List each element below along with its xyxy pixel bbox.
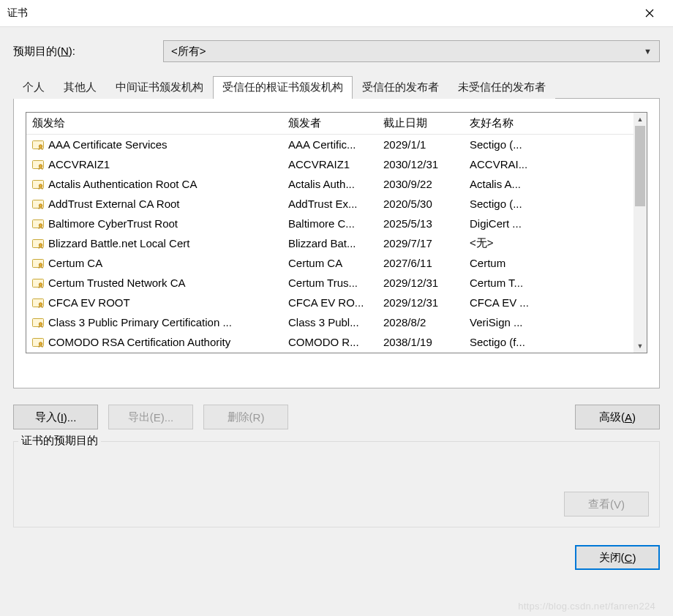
- column-issued-to[interactable]: 颁发给: [26, 116, 282, 130]
- tab[interactable]: 中间证书颁发机构: [106, 76, 213, 99]
- cell-issued-by: AAA Certific...: [282, 138, 377, 151]
- cell-expiration: 2029/1/1: [377, 138, 464, 151]
- tab[interactable]: 个人: [13, 76, 54, 99]
- cell-expiration: 2027/6/11: [377, 257, 464, 269]
- column-friendly-name[interactable]: 友好名称: [464, 116, 610, 130]
- cell-issued-to: Certum Trusted Network CA: [48, 277, 186, 289]
- cell-issued-to: Blizzard Battle.net Local Cert: [48, 237, 189, 249]
- cell-issued-by: Class 3 Publ...: [282, 316, 377, 328]
- cell-issued-by: Certum Trus...: [282, 277, 377, 289]
- list-body: AAA Certificate ServicesAAA Certific...2…: [26, 135, 633, 352]
- tab[interactable]: 其他人: [54, 76, 106, 99]
- scroll-up-button[interactable]: ▲: [633, 113, 647, 126]
- svg-point-11: [39, 243, 42, 246]
- scroll-thumb[interactable]: [635, 126, 645, 206]
- list-scroll-area: 颁发给 颁发者 截止日期 友好名称 AAA Certificate Servic…: [26, 113, 633, 353]
- cell-issued-by: COMODO R...: [282, 336, 377, 348]
- export-button: 导出(E)...: [108, 405, 193, 429]
- certificate-icon: [32, 318, 44, 328]
- cell-expiration: 2029/12/31: [377, 296, 464, 309]
- cell-issued-by: Baltimore C...: [282, 217, 377, 230]
- cell-issued-by: CFCA EV RO...: [282, 296, 377, 309]
- tab-panel: 颁发给 颁发者 截止日期 友好名称 AAA Certificate Servic…: [13, 99, 660, 388]
- import-button[interactable]: 导入(I)...: [13, 405, 98, 429]
- certificate-icon: [32, 258, 44, 268]
- table-row[interactable]: COMODO RSA Certification AuthorityCOMODO…: [26, 332, 633, 352]
- cell-expiration: 2030/12/31: [377, 158, 464, 170]
- tab-strip: 个人其他人中间证书颁发机构受信任的根证书颁发机构受信任的发布者未受信任的发布者: [13, 75, 660, 99]
- scroll-track[interactable]: [633, 126, 647, 339]
- scroll-down-button[interactable]: ▼: [633, 339, 647, 353]
- action-button-row: 导入(I)... 导出(E)... 删除(R) 高级(A): [13, 405, 660, 429]
- titlebar: 证书: [0, 0, 673, 26]
- cell-issued-to: Baltimore CyberTrust Root: [48, 217, 178, 230]
- svg-point-3: [39, 164, 42, 167]
- svg-point-1: [39, 144, 42, 147]
- tab[interactable]: 未受信任的发布者: [448, 76, 555, 99]
- svg-point-7: [39, 203, 42, 206]
- cell-expiration: 2028/8/2: [377, 316, 464, 328]
- cell-expiration: 2020/5/30: [377, 198, 464, 210]
- dialog-content: 预期目的(N): <所有> ▼ 个人其他人中间证书颁发机构受信任的根证书颁发机构…: [0, 26, 673, 616]
- cell-issued-by: ACCVRAIZ1: [282, 158, 377, 170]
- svg-point-5: [39, 184, 42, 187]
- intended-purpose-row: 预期目的(N): <所有> ▼: [13, 40, 660, 62]
- cell-friendly-name: Certum T...: [464, 277, 610, 289]
- cell-issued-by: Certum CA: [282, 257, 377, 269]
- chevron-down-icon: ▼: [644, 47, 652, 56]
- window-close-button[interactable]: [635, 0, 664, 26]
- svg-point-13: [39, 263, 42, 266]
- advanced-button[interactable]: 高级(A): [575, 405, 660, 429]
- vertical-scrollbar[interactable]: ▲ ▼: [633, 113, 647, 353]
- cell-friendly-name: ACCVRAI...: [464, 158, 610, 170]
- cell-friendly-name: Sectigo (...: [464, 198, 610, 210]
- certificate-icon: [32, 159, 44, 170]
- table-row[interactable]: CFCA EV ROOTCFCA EV RO...2029/12/31CFCA …: [26, 293, 633, 312]
- column-expiration[interactable]: 截止日期: [377, 116, 464, 130]
- close-button[interactable]: 关闭(C): [575, 545, 660, 570]
- cert-purposes-groupbox: 证书的预期目的 查看(V): [13, 441, 660, 527]
- watermark: https://blog.csdn.net/fanren224: [518, 601, 655, 612]
- cell-issued-to: Certum CA: [48, 257, 102, 269]
- cell-issued-to: Class 3 Public Primary Certification ...: [48, 316, 232, 328]
- certificate-icon: [32, 278, 44, 288]
- certificates-dialog: 证书 预期目的(N): <所有> ▼ 个人其他人中间证书颁发机构受信任的根证书颁…: [0, 0, 673, 616]
- select-value: <所有>: [171, 45, 206, 59]
- tab[interactable]: 受信任的根证书颁发机构: [213, 76, 353, 99]
- close-icon: [645, 9, 654, 18]
- certificate-icon: [32, 179, 44, 189]
- table-row[interactable]: AddTrust External CA RootAddTrust Ex...2…: [26, 194, 633, 214]
- cell-friendly-name: DigiCert ...: [464, 217, 610, 230]
- table-row[interactable]: Actalis Authentication Root CAActalis Au…: [26, 174, 633, 194]
- certificate-icon: [32, 140, 44, 150]
- table-row[interactable]: AAA Certificate ServicesAAA Certific...2…: [26, 135, 633, 154]
- intended-purpose-select[interactable]: <所有> ▼: [163, 40, 660, 62]
- svg-point-9: [39, 223, 42, 226]
- table-row[interactable]: ACCVRAIZ1ACCVRAIZ12030/12/31ACCVRAI...: [26, 154, 633, 174]
- table-row[interactable]: Baltimore CyberTrust RootBaltimore C...2…: [26, 214, 633, 233]
- cell-friendly-name: VeriSign ...: [464, 316, 610, 328]
- svg-point-21: [39, 342, 42, 345]
- certificate-icon: [32, 337, 44, 348]
- table-row[interactable]: Blizzard Battle.net Local CertBlizzard B…: [26, 233, 633, 253]
- window-title: 证书: [7, 7, 28, 20]
- table-row[interactable]: Class 3 Public Primary Certification ...…: [26, 312, 633, 332]
- cell-issued-by: Blizzard Bat...: [282, 237, 377, 249]
- certificate-icon: [32, 199, 44, 209]
- certificate-icon: [32, 219, 44, 229]
- cell-issued-to: AddTrust External CA Root: [48, 198, 180, 210]
- table-row[interactable]: Certum Trusted Network CACertum Trus...2…: [26, 273, 633, 293]
- cell-issued-to: COMODO RSA Certification Authority: [48, 336, 230, 348]
- cell-friendly-name: Actalis A...: [464, 178, 610, 190]
- cell-expiration: 2029/12/31: [377, 277, 464, 289]
- cell-issued-by: Actalis Auth...: [282, 178, 377, 190]
- list-header: 颁发给 颁发者 截止日期 友好名称: [26, 113, 633, 135]
- cell-expiration: 2030/9/22: [377, 178, 464, 190]
- view-button: 查看(V): [564, 492, 649, 517]
- cell-issued-to: CFCA EV ROOT: [48, 296, 130, 309]
- column-issued-by[interactable]: 颁发者: [282, 116, 377, 130]
- cell-expiration: 2025/5/13: [377, 217, 464, 230]
- delete-button: 删除(R): [203, 405, 288, 429]
- tab[interactable]: 受信任的发布者: [353, 76, 448, 99]
- table-row[interactable]: Certum CACertum CA2027/6/11Certum: [26, 253, 633, 273]
